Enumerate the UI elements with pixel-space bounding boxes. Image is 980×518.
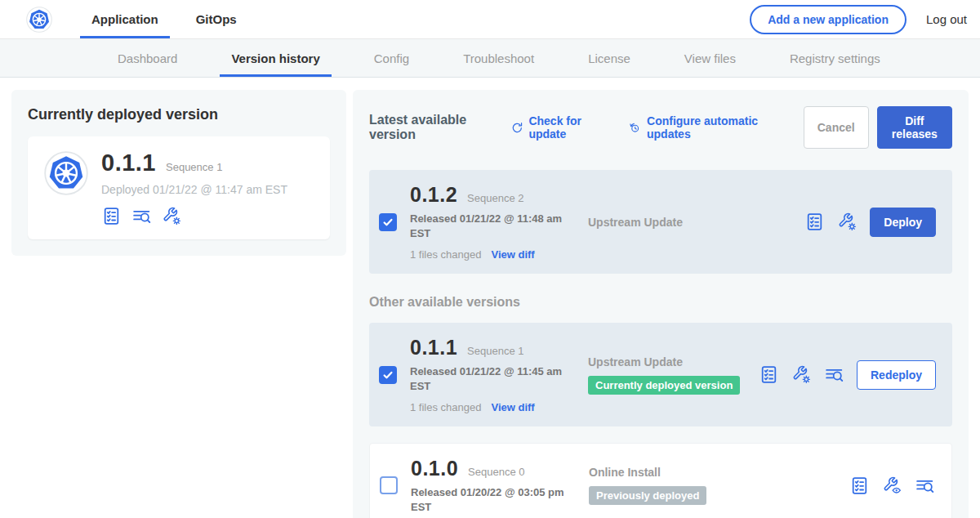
deployed-sequence-label: Sequence 1 <box>166 161 222 173</box>
view-diff-link[interactable]: View diff <box>491 401 534 413</box>
version-source-label: Upstream Update <box>588 355 759 368</box>
released-timestamp: Released 01/21/22 @ 11:48 am EST <box>410 212 570 240</box>
view-diff-link[interactable]: View diff <box>491 248 534 261</box>
refresh-icon <box>510 120 524 136</box>
other-versions-heading: Other available versions <box>369 295 952 310</box>
active-subnav-underline <box>220 74 331 77</box>
redeploy-button[interactable]: Redeploy <box>857 360 936 390</box>
version-checkbox[interactable] <box>379 213 397 231</box>
sequence-label: Sequence 1 <box>467 345 523 357</box>
version-row-0-1-2: 0.1.2 Sequence 2 Released 01/21/22 @ 11:… <box>369 170 952 274</box>
view-logs-icon[interactable] <box>824 364 844 385</box>
subnav-dashboard[interactable]: Dashboard <box>106 39 189 77</box>
status-badge-previously-deployed: Previously deployed <box>589 486 706 505</box>
preflight-checklist-icon[interactable] <box>101 206 122 226</box>
diff-releases-button[interactable]: Diff releases <box>877 106 952 149</box>
files-changed-label: 1 files changed <box>410 401 481 413</box>
version-checkbox[interactable] <box>379 366 397 384</box>
app-kubernetes-icon <box>44 151 88 195</box>
edit-config-icon[interactable] <box>837 212 858 232</box>
currently-deployed-card: Currently deployed version 0.1.1 Sequenc… <box>11 90 346 256</box>
released-timestamp: Released 01/20/22 @ 03:05 pm EST <box>411 485 571 514</box>
configure-automatic-updates-link[interactable]: Configure automatic updates <box>628 114 785 141</box>
edit-config-icon[interactable] <box>162 206 182 226</box>
tab-gitops-label: GitOps <box>196 12 237 26</box>
subnav-license[interactable]: License <box>577 39 642 77</box>
latest-available-title: Latest available version <box>369 113 499 142</box>
version-number: 0.1.2 <box>410 183 457 207</box>
deploy-button[interactable]: Deploy <box>870 208 936 237</box>
check-icon <box>382 217 394 228</box>
view-logs-icon[interactable] <box>915 476 935 496</box>
subnav-view-files[interactable]: View files <box>673 39 747 77</box>
deployed-version-box: 0.1.1 Sequence 1 Deployed 01/21/22 @ 11:… <box>28 136 330 239</box>
tab-gitops[interactable]: GitOps <box>185 0 248 38</box>
status-badge-currently-deployed: Currently deployed version <box>588 376 740 395</box>
version-checkbox[interactable] <box>380 476 398 494</box>
released-timestamp: Released 01/21/22 @ 11:45 am EST <box>410 364 570 393</box>
active-tab-underline <box>80 36 170 38</box>
tab-application[interactable]: Application <box>80 0 170 38</box>
deployed-version-number: 0.1.1 <box>101 150 156 176</box>
main-content: Currently deployed version 0.1.1 Sequenc… <box>0 78 980 518</box>
version-number: 0.1.0 <box>411 457 458 480</box>
subnav-version-history[interactable]: Version history <box>220 39 331 77</box>
check-for-update-link[interactable]: Check for update <box>510 114 611 141</box>
deployed-timestamp: Deployed 01/21/22 @ 11:47 am EST <box>101 183 287 196</box>
kubernetes-logo-icon <box>26 7 52 33</box>
cancel-button[interactable]: Cancel <box>804 106 869 149</box>
check-icon <box>382 369 394 381</box>
preflight-checklist-icon[interactable] <box>804 212 825 232</box>
version-row-0-1-0: 0.1.0 Sequence 0 Released 01/20/22 @ 03:… <box>369 443 952 518</box>
preflight-checklist-icon[interactable] <box>849 476 870 496</box>
currently-deployed-title: Currently deployed version <box>28 106 330 123</box>
logout-button[interactable]: Log out <box>926 12 967 26</box>
subnav-troubleshoot[interactable]: Troubleshoot <box>452 39 546 77</box>
auto-update-clock-icon <box>628 120 642 136</box>
top-nav: Application GitOps Add a new application… <box>0 0 980 39</box>
sequence-label: Sequence 0 <box>468 466 524 478</box>
version-number: 0.1.1 <box>410 336 457 359</box>
add-application-button[interactable]: Add a new application <box>750 5 906 34</box>
view-config-icon[interactable] <box>882 476 902 496</box>
preflight-checklist-icon[interactable] <box>759 364 779 385</box>
version-source-label: Upstream Update <box>588 216 804 229</box>
version-history-panel: Latest available version Check for updat… <box>353 90 969 518</box>
subnav-config[interactable]: Config <box>363 39 421 77</box>
top-nav-tabs: Application GitOps <box>80 0 263 38</box>
sequence-label: Sequence 2 <box>467 192 523 204</box>
files-changed-label: 1 files changed <box>410 248 481 261</box>
view-logs-icon[interactable] <box>131 206 152 226</box>
version-source-label: Online Install <box>589 466 849 479</box>
subnav-registry-settings[interactable]: Registry settings <box>778 39 892 77</box>
edit-config-icon[interactable] <box>791 364 812 385</box>
tab-application-label: Application <box>91 12 158 26</box>
app-sub-nav: Dashboard Version history Config Trouble… <box>0 39 980 78</box>
version-row-0-1-1: 0.1.1 Sequence 1 Released 01/21/22 @ 11:… <box>369 323 952 426</box>
